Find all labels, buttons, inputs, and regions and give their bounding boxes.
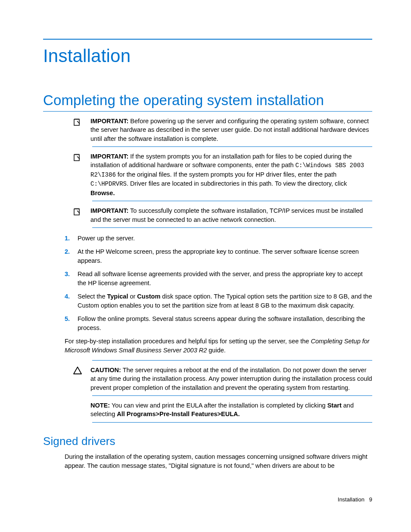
footer-page-number: 9 [369, 496, 372, 503]
admonition-rule [92, 146, 372, 147]
admonition-text: The server requires a reboot at the end … [90, 367, 372, 391]
important-icon [73, 206, 90, 224]
admonition-label: NOTE: [90, 402, 110, 409]
admonition-caution: CAUTION: The server requires a reboot at… [43, 360, 372, 396]
step-bold: Typical [107, 293, 128, 300]
admonition-important: IMPORTANT: To successfully complete the … [43, 205, 372, 228]
admonition-important: IMPORTANT: Before powering up the server… [43, 115, 372, 147]
admonition-body: CAUTION: The server requires a reboot at… [90, 366, 372, 392]
caution-icon [73, 366, 90, 392]
body-paragraph: During the installation of the operating… [65, 452, 372, 470]
admonition-note: NOTE: You can view and print the EULA af… [43, 399, 372, 423]
admonition-label: IMPORTANT: [90, 207, 128, 214]
admonition-label: IMPORTANT: [90, 118, 128, 124]
body-text: guide. [207, 347, 226, 354]
step-number: 5. [65, 314, 78, 333]
admonition-rule [92, 422, 372, 423]
admonition-text: To successfully complete the software in… [90, 207, 363, 223]
admonition-body: IMPORTANT: Before powering up the server… [90, 117, 372, 143]
step-item: 5. Follow the online prompts. Several st… [65, 314, 372, 333]
important-icon [73, 117, 90, 143]
step-item: 3. Read all software license agreements … [65, 270, 372, 288]
step-number: 1. [65, 234, 78, 243]
step-number: 3. [65, 270, 78, 288]
step-item: 2. At the HP Welcome screen, press the a… [65, 247, 372, 265]
step-text: Read all software license agreements pro… [78, 270, 372, 288]
admonition-body: NOTE: You can view and print the EULA af… [90, 401, 372, 419]
admonition-label: IMPORTANT: [90, 153, 128, 160]
step-text: At the HP Welcome screen, press the appr… [78, 247, 372, 265]
numbered-steps: 1. Power up the server. 2. At the HP Wel… [65, 234, 372, 333]
admonition-important: IMPORTANT: If the system prompts you for… [43, 150, 372, 201]
step-item: 4. Select the Typical or Custom disk spa… [65, 292, 372, 310]
document-page: Installation Completing the operating sy… [0, 0, 411, 520]
page-footer: Installation 9 [43, 496, 372, 503]
page-title: Installation [43, 46, 372, 66]
admonition-text: Before powering up the server and config… [90, 118, 369, 142]
footer-section: Installation [338, 496, 364, 503]
step-text: Follow the online prompts. Several statu… [78, 314, 372, 333]
admonition-rule [92, 360, 372, 361]
step-text-part: Select the [78, 293, 107, 300]
body-paragraph: For step-by-step installation procedures… [65, 337, 372, 355]
admonition-bold: Browse. [90, 190, 115, 196]
step-bold: Custom [137, 293, 160, 300]
step-text: Select the Typical or Custom disk space … [78, 292, 372, 310]
admonition-text: for the original files. If the system pr… [116, 171, 336, 178]
section-heading: Completing the operating system installa… [43, 92, 372, 112]
body-text: For step-by-step installation procedures… [65, 338, 311, 345]
admonition-bold: Start [327, 402, 342, 409]
step-text-part: or [128, 293, 137, 300]
admonition-text: . Driver files are located in subdirecto… [127, 180, 347, 187]
admonition-rule [92, 395, 372, 396]
admonition-rule [92, 201, 372, 201]
subsection-heading: Signed drivers [43, 435, 372, 448]
step-text: Power up the server. [78, 234, 372, 243]
important-icon [73, 152, 90, 197]
step-number: 4. [65, 292, 78, 310]
note-icon [73, 401, 90, 419]
top-rule [43, 39, 372, 40]
step-number: 2. [65, 247, 78, 265]
admonition-body: IMPORTANT: To successfully complete the … [90, 206, 372, 224]
admonition-body: IMPORTANT: If the system prompts you for… [90, 152, 372, 197]
step-item: 1. Power up the server. [65, 234, 372, 243]
admonition-text: You can view and print the EULA after th… [110, 402, 327, 409]
code-path: C:\HPDRVRS [90, 180, 127, 187]
admonition-bold: All Programs>Pre-Install Features>EULA. [117, 411, 240, 417]
admonition-rule [92, 227, 372, 228]
admonition-label: CAUTION: [90, 367, 121, 373]
